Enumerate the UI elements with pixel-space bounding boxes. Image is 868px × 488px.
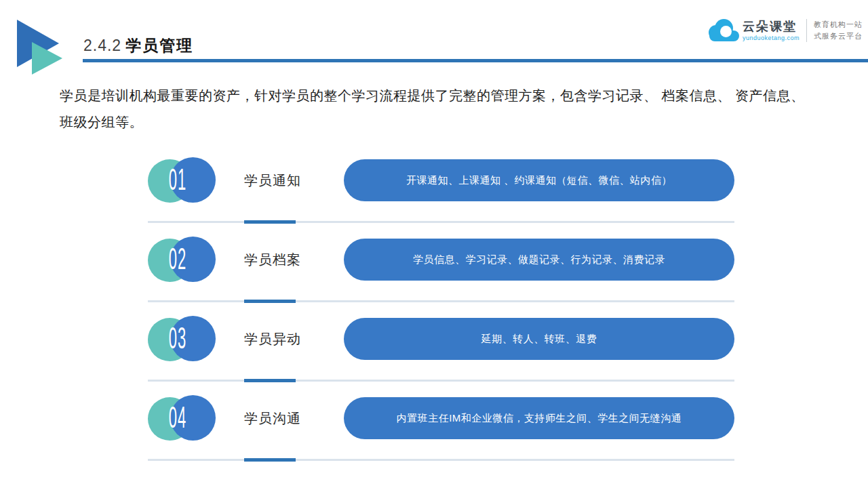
feature-row-4: 04 学员沟通 内置班主任IM和企业微信，支持师生之间、学生之间无缝沟通 bbox=[148, 387, 734, 461]
brand-logo: 云朵课堂 yunduoketang.com 教育机构一站 式服务云平台 bbox=[709, 19, 863, 42]
brand-tagline-line2: 式服务云平台 bbox=[814, 30, 863, 42]
number-badge: 04 bbox=[148, 394, 218, 442]
feature-description: 学员信息、学习记录、做题记录、行为记录、消费记录 bbox=[413, 253, 665, 266]
divider-accent bbox=[244, 300, 296, 303]
badge-number: 04 bbox=[167, 403, 188, 432]
title-underline bbox=[83, 59, 868, 62]
intro-paragraph: 学员是培训机构最重要的资产，针对学员的整个学习流程提供了完整的管理方案，包含学习… bbox=[60, 83, 805, 136]
brand-divider bbox=[806, 19, 807, 42]
slide-corner-logo bbox=[17, 20, 71, 77]
row-divider bbox=[148, 459, 734, 461]
divider-accent bbox=[244, 220, 296, 224]
badge-number: 01 bbox=[167, 165, 188, 195]
feature-description: 延期、转人、转班、退费 bbox=[481, 333, 597, 346]
divider-accent bbox=[244, 458, 296, 462]
feature-label: 学员沟通 bbox=[244, 409, 344, 428]
row-divider bbox=[148, 221, 734, 223]
badge-number: 02 bbox=[167, 244, 188, 274]
brand-tagline-line1: 教育机构一站 bbox=[814, 19, 863, 30]
feature-pill: 开课通知、上课通知 、约课通知（短信、微信、站内信） bbox=[344, 159, 734, 201]
intro-line2: 班级分组等。 bbox=[60, 115, 143, 129]
row-divider bbox=[148, 300, 734, 302]
feature-row-2: 02 学员档案 学员信息、学习记录、做题记录、行为记录、消费记录 bbox=[148, 228, 734, 302]
section-title: 学员管理 bbox=[125, 37, 193, 54]
brand-name: 云朵课堂 bbox=[743, 20, 800, 33]
feature-label: 学员通知 bbox=[244, 171, 344, 190]
intro-line1: 学员是培训机构最重要的资产，针对学员的整个学习流程提供了完整的管理方案，包含学习… bbox=[60, 88, 805, 103]
section-number: 2.4.2 bbox=[83, 37, 121, 54]
cloud-icon bbox=[709, 19, 740, 42]
feature-pill: 内置班主任IM和企业微信，支持师生之间、学生之间无缝沟通 bbox=[344, 397, 734, 439]
number-badge: 01 bbox=[148, 157, 218, 204]
brand-text: 云朵课堂 yunduoketang.com bbox=[743, 20, 800, 41]
feature-pill: 延期、转人、转班、退费 bbox=[344, 318, 734, 360]
feature-row-1: 01 学员通知 开课通知、上课通知 、约课通知（短信、微信、站内信） bbox=[148, 149, 734, 223]
feature-description: 开课通知、上课通知 、约课通知（短信、微信、站内信） bbox=[406, 174, 672, 187]
feature-description: 内置班主任IM和企业微信，支持师生之间、学生之间无缝沟通 bbox=[397, 412, 682, 425]
triangle-teal-icon bbox=[32, 42, 62, 75]
brand-tagline: 教育机构一站 式服务云平台 bbox=[814, 19, 863, 42]
badge-number: 03 bbox=[167, 323, 188, 353]
divider-accent bbox=[244, 379, 296, 382]
brand-domain: yunduoketang.com bbox=[743, 35, 800, 41]
row-divider bbox=[148, 380, 734, 382]
feature-list: 01 学员通知 开课通知、上课通知 、约课通知（短信、微信、站内信） 02 学员… bbox=[148, 149, 734, 466]
number-badge: 02 bbox=[148, 236, 218, 283]
number-badge: 03 bbox=[148, 315, 218, 363]
feature-label: 学员档案 bbox=[244, 251, 344, 269]
feature-label: 学员异动 bbox=[244, 330, 344, 348]
feature-row-3: 03 学员异动 延期、转人、转班、退费 bbox=[148, 308, 734, 382]
feature-pill: 学员信息、学习记录、做题记录、行为记录、消费记录 bbox=[344, 239, 734, 281]
